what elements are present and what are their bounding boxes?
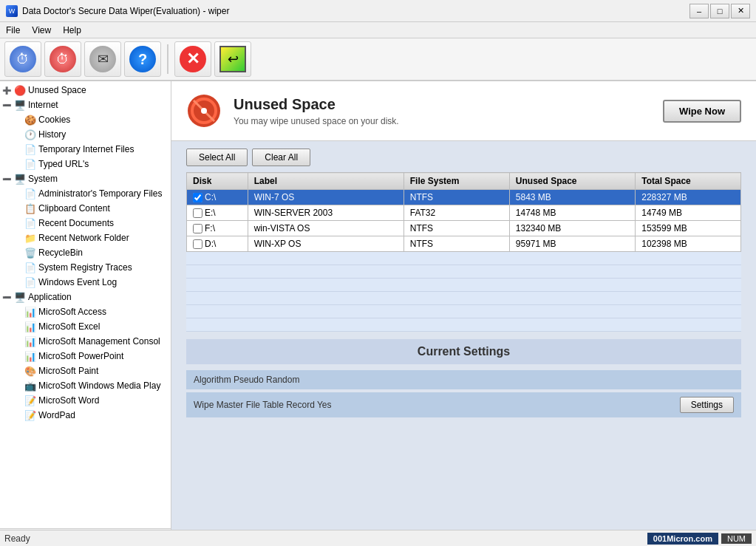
help-button[interactable]: ? (124, 41, 161, 77)
minimize-button[interactable]: – (689, 4, 709, 18)
admin-temp-icon: 📄 (24, 188, 36, 199)
sidebar-item-recent-docs[interactable]: 📄 Recent Documents (0, 216, 171, 231)
sidebar-item-admin-temp[interactable]: 📄 Administrator's Temporary Files (0, 186, 171, 201)
sidebar-item-ms-powerpoint[interactable]: 📊 MicroSoft PowerPoint (0, 349, 171, 364)
cell-disk-2: F:\ (187, 221, 248, 236)
table-row[interactable]: C:\ WIN-7 OS NTFS 5843 MB 228327 MB (187, 190, 741, 205)
table-row[interactable]: E:\ WIN-SERVER 2003 FAT32 14748 MB 14749… (187, 205, 741, 221)
sidebar-item-typed-urls[interactable]: 📄 Typed URL's (0, 157, 171, 171)
sidebar-label-cookies: Cookies (38, 115, 70, 125)
sidebar-item-recyclebin[interactable]: 🗑️ RecycleBin (0, 245, 171, 260)
table-header-row: Disk Label File System Unused Space Tota… (187, 173, 741, 190)
cell-fs-3: NTFS (403, 236, 509, 252)
clock-red-icon: ⏱ (50, 46, 76, 72)
sidebar-label-unused-space: Unused Space (28, 85, 86, 95)
sidebar-item-clipboard[interactable]: 📋 Clipboard Content (0, 201, 171, 216)
application-icon: 🖥️ (14, 291, 26, 303)
sidebar-item-unused-space[interactable]: ➕ 🔴 Unused Space (0, 83, 171, 98)
row-checkbox-0[interactable] (193, 193, 202, 202)
select-all-button[interactable]: Select All (186, 149, 248, 166)
sidebar-item-wordpad[interactable]: 📝 WordPad (0, 408, 171, 423)
sidebar-item-ms-mgmt[interactable]: 📊 MicroSoft Management Consol (0, 334, 171, 349)
wipe-now-button[interactable]: Wipe Now (663, 100, 741, 123)
sidebar-label-ms-word: MicroSoft Word (38, 395, 99, 406)
menu-help[interactable]: Help (57, 24, 87, 36)
cell-total-2: 153599 MB (636, 221, 741, 236)
internet-icon: 🖥️ (14, 99, 26, 111)
cookies-icon: 🍪 (24, 114, 36, 126)
envelope-icon: ✉ (89, 46, 116, 72)
empty-row-2 (186, 265, 741, 279)
sidebar-item-ms-access[interactable]: 📊 MicroSoft Access (0, 304, 171, 319)
recent-network-icon: 📁 (24, 232, 36, 244)
cell-unused-3: 95971 MB (509, 236, 635, 252)
sidebar-label-history: History (38, 129, 66, 140)
status-right: 001Micron.com NUM (647, 533, 752, 545)
sidebar-label-typed-urls: Typed URL's (38, 159, 89, 169)
mail-button[interactable]: ✉ (84, 41, 121, 77)
exit-icon: ↩ (219, 46, 246, 72)
recent-docs-icon: 📄 (24, 217, 36, 229)
disk-table: Disk Label File System Unused Space Tota… (186, 172, 741, 252)
sidebar-item-recent-network[interactable]: 📁 Recent Network Folder (0, 231, 171, 245)
sidebar-item-system[interactable]: ➖ 🖥️ System (0, 171, 171, 186)
close-button[interactable]: ✕ (731, 4, 750, 18)
svg-point-2 (201, 108, 207, 114)
sidebar-item-temp-internet[interactable]: 📄 Temporary Internet Files (0, 142, 171, 157)
sidebar-item-ms-media[interactable]: 📺 MicroSoft Windows Media Play (0, 378, 171, 393)
row-checkbox-1[interactable] (193, 208, 202, 218)
menu-file[interactable]: File (0, 24, 26, 36)
status-bar: Ready 001Micron.com NUM (0, 530, 756, 546)
recyclebin-icon: 🗑️ (24, 247, 36, 259)
settings-button[interactable]: Settings (680, 397, 734, 413)
cell-disk-0: C:\ (187, 190, 248, 205)
settings-section: Current Settings Algorithm Pseudo Random… (186, 339, 741, 417)
row-checkbox-2[interactable] (193, 224, 202, 233)
expand-icon-system: ➖ (1, 175, 12, 183)
sidebar-label-wordpad: WordPad (38, 410, 75, 420)
action-buttons: Select All Clear All (186, 149, 741, 166)
sidebar-item-ms-paint[interactable]: 🎨 MicroSoft Paint (0, 364, 171, 378)
header-text: Unused Space You may wipe unused space o… (234, 96, 651, 126)
help-icon: ? (129, 46, 156, 72)
row-checkbox-3[interactable] (193, 239, 202, 249)
cell-disk-3: D:\ (187, 236, 248, 252)
title-bar: W Data Doctor's Secure Data Wiper(Evalua… (0, 0, 756, 22)
scan-button[interactable]: ⏱ (4, 41, 41, 77)
col-label: Label (248, 173, 403, 190)
header-section: Unused Space You may wipe unused space o… (171, 81, 756, 141)
stop-scan-button[interactable]: ⏱ (44, 41, 81, 77)
cell-total-0: 228327 MB (636, 190, 741, 205)
system-icon: 🖥️ (14, 173, 26, 185)
cell-unused-0: 5843 MB (509, 190, 635, 205)
sidebar-label-ms-access: MicroSoft Access (38, 307, 106, 317)
wordpad-icon: 📝 (24, 409, 36, 421)
cell-label-0: WIN-7 OS (248, 190, 403, 205)
empty-row-1 (186, 252, 741, 265)
header-icon (186, 93, 222, 129)
sidebar-item-event-log[interactable]: 📄 Windows Event Log (0, 275, 171, 290)
sidebar-item-cookies[interactable]: 🍪 Cookies (0, 112, 171, 127)
table-row[interactable]: D:\ WIN-XP OS NTFS 95971 MB 102398 MB (187, 236, 741, 252)
cell-unused-2: 132340 MB (509, 221, 635, 236)
ms-powerpoint-icon: 📊 (24, 350, 36, 362)
sidebar-item-ms-excel[interactable]: 📊 MicroSoft Excel (0, 319, 171, 334)
table-row[interactable]: F:\ win-VISTA OS NTFS 132340 MB 153599 M… (187, 221, 741, 236)
sidebar-scroll: ➕ 🔴 Unused Space ➖ 🖥️ Internet 🍪 Cookies… (0, 83, 171, 528)
sidebar-item-history[interactable]: 🕐 History (0, 127, 171, 142)
sidebar-item-ms-word[interactable]: 📝 MicroSoft Word (0, 393, 171, 408)
sidebar-label-ms-media: MicroSoft Windows Media Play (38, 381, 160, 391)
cell-label-2: win-VISTA OS (248, 221, 403, 236)
sidebar-item-registry-traces[interactable]: 📄 System Registry Traces (0, 260, 171, 275)
wipe-mft-label: Wipe Master File Table Record Yes (194, 400, 332, 410)
sidebar-label-recent-docs: Recent Documents (38, 218, 114, 228)
sidebar-item-application[interactable]: ➖ 🖥️ Application (0, 290, 171, 304)
sidebar-label-application: Application (28, 292, 72, 302)
clear-all-button[interactable]: Clear All (252, 149, 310, 166)
menu-view[interactable]: View (26, 24, 57, 36)
maximize-button[interactable]: □ (710, 4, 729, 18)
stop-button[interactable]: ✕ (174, 41, 211, 77)
exit-button[interactable]: ↩ (214, 41, 251, 77)
sidebar-label-temp-internet: Temporary Internet Files (38, 144, 134, 154)
sidebar-item-internet[interactable]: ➖ 🖥️ Internet (0, 98, 171, 112)
